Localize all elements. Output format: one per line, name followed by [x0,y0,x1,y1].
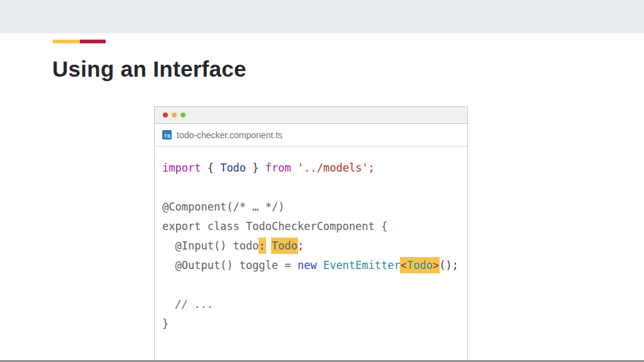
code-token: @Output() toggle = [162,259,297,272]
file-tab-bar: TS todo-checker.component.ts [155,124,467,146]
code-line: @Input() todo: Todo; [162,236,467,256]
code-token: ; [297,239,304,252]
code-token: } [162,317,169,330]
code-token: } [246,162,265,174]
code-line [162,275,467,295]
code-line [162,178,467,197]
window-titlebar [155,107,467,124]
code-token: from [265,162,291,174]
accent-yellow-segment [53,40,80,43]
code-line: @Output() toggle = new EventEmitter<Todo… [162,256,467,275]
minimize-dot-icon [172,112,177,118]
accent-red-segment [80,40,106,43]
code-token: @Input() todo [162,239,259,252]
filename-label: todo-checker.component.ts [177,130,282,140]
code-token: new [297,259,317,272]
zoom-dot-icon [180,112,186,118]
top-bar [0,0,644,33]
title-accent-bar [53,40,106,43]
code-token: '../models' [297,162,369,174]
code-token: ; [369,162,375,174]
code-token [291,162,297,174]
code-token: Todo [220,162,246,174]
code-token [317,259,323,272]
code-line: } [162,314,467,334]
code-token: EventEmitter [323,259,401,272]
highlighted-token: Todo [406,257,433,273]
code-token: { [201,162,220,174]
code-line: @Component(/* … */) [162,197,467,217]
typescript-file-icon: TS [162,130,172,140]
slide-title: Using an Interface [52,57,247,82]
code-token: export class TodoCheckerComponent { [162,220,387,233]
code-line: // ... [162,295,467,314]
close-dot-icon [163,112,168,118]
code-token: @Component(/* … */) [162,200,284,213]
code-token: import [162,162,201,174]
highlighted-token: Todo [271,238,298,254]
code-token: (); [439,259,458,272]
code-token: // ... [162,298,214,310]
code-line: export class TodoCheckerComponent { [162,217,467,236]
code-line: import { Todo } from '../models'; [162,158,467,178]
code-editor-window: TS todo-checker.component.ts import { To… [154,106,468,362]
code-area: import { Todo } from '../models';@Compon… [155,146,467,334]
